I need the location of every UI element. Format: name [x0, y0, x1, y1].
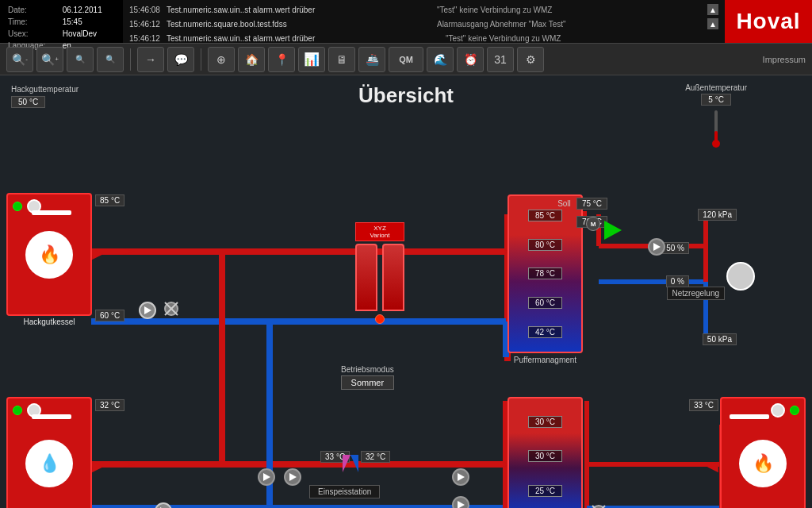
user-label: Usex:	[6, 29, 59, 39]
betriebsmodus-section: Betriebsmodus Sommer	[341, 365, 394, 390]
motor-m-top: M	[586, 217, 600, 231]
main-diagram: Übersicht Hackguttemperatur 50 °C 🔥 Hack…	[0, 75, 812, 508]
separator-2	[201, 48, 201, 71]
pump-bottom-3[interactable]	[452, 468, 469, 486]
big-circle-valve[interactable]	[726, 262, 755, 291]
boiler3-temp-top: 33 °C	[689, 399, 718, 411]
buffer1-temp3: 78 °C	[528, 267, 562, 279]
date-label: Date:	[6, 5, 59, 15]
valve-buffer2-bottom[interactable]	[591, 504, 607, 508]
time-value: 15:45	[61, 17, 117, 27]
pump-bottom-2[interactable]	[284, 468, 301, 486]
soll-value1: 75 °C	[576, 198, 607, 210]
mixing-valve[interactable]	[343, 455, 358, 472]
buffer2-temp1: 30 °C	[528, 416, 562, 428]
message-button[interactable]: 💬	[167, 47, 194, 72]
boiler1-bar	[32, 210, 71, 215]
boiler2-temp-top: 32 °C	[95, 399, 124, 411]
alarm-msg-2: Test.numeric.square.bool.test.fdss	[167, 20, 431, 29]
alarm-button[interactable]: ⏰	[457, 47, 484, 72]
einspeis-label: Einspeisstation	[309, 485, 380, 498]
settings-button[interactable]: ⚙	[517, 47, 544, 72]
nav-forward-button[interactable]: →	[137, 47, 164, 72]
info-panel: Date: 06.12.2011 Time: 15:45 Usex: Hoval…	[0, 0, 123, 43]
pressure-bottom: 50 kPa	[703, 333, 737, 345]
pump-bottom-4[interactable]	[452, 496, 469, 508]
buffer2-temp3: 25 °C	[528, 485, 562, 497]
network-button[interactable]: 🖥	[328, 47, 355, 72]
separator-1	[130, 48, 131, 71]
alarm-time-3: 15:46:12	[129, 34, 160, 43]
buffer1[interactable]: 85 °C 80 °C 78 °C 60 °C 42 °C Puffermana…	[508, 194, 583, 353]
svg-point-34	[712, 140, 720, 148]
thermometer-icon	[710, 109, 722, 148]
toolbar: 🔍- 🔍+ 🔍 🔍 → 💬 ⊕ 🏠 📍 📊 🖥 🚢 QM 🌊 ⏰ 31 ⚙ Im…	[0, 44, 812, 75]
pump-bottom-1[interactable]	[258, 468, 275, 486]
alarm-row-2: 15:46:12 Test.numeric.square.bool.test.f…	[129, 17, 718, 30]
pump-top-right-1[interactable]	[648, 238, 665, 256]
pump-boiler2[interactable]	[155, 502, 172, 508]
alarm-detail-2: Alarmausgang Abnehmer "Max Test"	[437, 20, 701, 29]
boiler3-icon: 🔥	[739, 440, 787, 487]
boiler3-bar	[730, 414, 769, 419]
buffer1-label: Puffermanagment	[508, 356, 583, 364]
chart-button[interactable]: 📊	[298, 47, 325, 72]
wave-button[interactable]: 🌊	[427, 47, 454, 72]
storage-tank-left	[355, 244, 377, 311]
alarm-row-1: 15:46:08 Test.numeric.saw.uin..st alarm.…	[129, 3, 718, 16]
buffer2[interactable]: 30 °C 30 °C 25 °C Puffermanagment	[508, 397, 583, 508]
valve-boiler1[interactable]	[163, 301, 179, 317]
alarm-detail-3: "Test" keine Verbindung zu WMZ	[446, 34, 718, 43]
buffer1-temp1: 85 °C	[528, 210, 562, 221]
soll-section: Soll 75 °C	[557, 198, 607, 208]
buffer2-temp2: 30 °C	[528, 450, 562, 462]
storage-section: XYZVariont	[355, 222, 404, 327]
date-value: 06.12.2011	[61, 5, 117, 15]
alarm-arrow-1[interactable]: ▲	[707, 4, 718, 15]
percent1: 50 %	[661, 242, 689, 254]
time-label: Time:	[6, 17, 59, 27]
betrieb-value[interactable]: Sommer	[341, 375, 394, 390]
betrieb-label: Betriebsmodus	[341, 365, 394, 374]
boiler2-icon: 💧	[25, 440, 73, 487]
logo-panel: Hoval	[725, 0, 812, 43]
impressum-link[interactable]: Impressum	[763, 55, 806, 64]
svg-marker-23	[123, 318, 135, 325]
storage-label: XYZVariont	[355, 222, 404, 241]
buffer1-temp5: 42 °C	[528, 326, 562, 338]
boiler2-body[interactable]: 💧	[6, 397, 92, 508]
svg-marker-24	[123, 461, 135, 468]
location-button[interactable]: 📍	[268, 47, 295, 72]
alarm-msg-3: Test.numeric.saw.uin..st alarm.wert drüb…	[167, 34, 439, 43]
boiler3-body[interactable]: 🔥	[720, 397, 806, 508]
boiler1-temp-top: 85 °C	[95, 194, 124, 206]
boiler2-bar	[32, 414, 71, 419]
buffer1-temp2: 80 °C	[528, 239, 562, 251]
zoom-in-button[interactable]: 🔍+	[36, 47, 63, 72]
boiler2-arrow-right: ▶	[92, 459, 103, 473]
boiler1-label: Hackgutkessel	[6, 318, 92, 326]
aussentemp-section: Außentemperatur 5 °C	[685, 83, 747, 152]
boiler1-arrow-right: ▶	[92, 246, 103, 260]
pump-boiler1[interactable]	[139, 302, 156, 319]
center-temp2: 32 °C	[361, 451, 390, 463]
zoom-out-button[interactable]: 🔍-	[6, 47, 33, 72]
ship-button[interactable]: 🚢	[358, 47, 385, 72]
alarm-arrow-2[interactable]: ▲	[707, 18, 718, 29]
boiler1-green-indicator	[13, 202, 22, 211]
home-button[interactable]: 🏠	[238, 47, 265, 72]
qm-button[interactable]: QM	[389, 47, 423, 72]
overview-button[interactable]: ⊕	[208, 47, 235, 72]
boiler3-arrow-left: ◀	[707, 459, 718, 473]
boiler1-icon: 🔥	[25, 231, 73, 279]
zoom-fit-button[interactable]: 🔍	[67, 47, 94, 72]
alarm-time-2: 15:46:12	[129, 20, 160, 29]
user-value: HovalDev	[61, 29, 117, 39]
calendar-button[interactable]: 31	[487, 47, 514, 72]
alarm-time-1: 15:46:08	[129, 6, 160, 14]
logo-text: Hoval	[736, 9, 800, 34]
boiler1-body[interactable]: 🔥	[6, 193, 92, 316]
netzregelung-label: Netzregelung	[667, 287, 725, 300]
zoom-reset-button[interactable]: 🔍	[97, 47, 124, 72]
pump-play-green	[604, 221, 622, 240]
